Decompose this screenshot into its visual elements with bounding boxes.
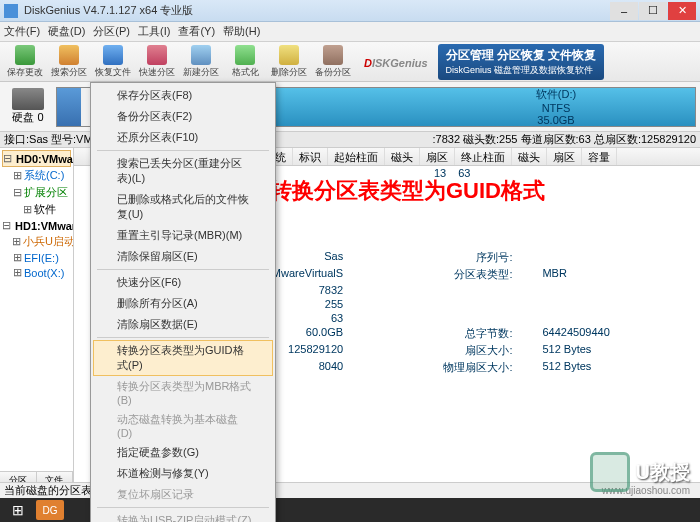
menu-partition[interactable]: 分区(P) <box>93 24 130 39</box>
menu-item[interactable]: 备份分区表(F2) <box>93 106 273 127</box>
menu-item: 动态磁盘转换为基本磁盘(D) <box>93 409 273 442</box>
menu-file[interactable]: 文件(F) <box>4 24 40 39</box>
menu-item[interactable]: 清除保留扇区(E) <box>93 246 273 267</box>
tree-hd0[interactable]: ⊟HD0:VMware, <box>2 150 71 167</box>
tree-item[interactable]: ⊞Boot(X:) <box>2 265 71 280</box>
menu-item[interactable]: 转换分区表类型为GUID格式(P) <box>93 340 273 376</box>
recover-icon <box>103 45 123 65</box>
tree-item[interactable]: ⊞小兵U启动 <box>2 233 71 250</box>
menu-item[interactable]: 重置主引导记录(MBR)(M) <box>93 225 273 246</box>
menu-item: 转换分区表类型为MBR格式(B) <box>93 376 273 409</box>
tree-item[interactable]: ⊞系统(C:) <box>2 167 71 184</box>
menu-tools[interactable]: 工具(I) <box>138 24 170 39</box>
recover-files-button[interactable]: 恢复文件 <box>92 44 134 80</box>
menu-item: 复位坏扇区记录 <box>93 484 273 505</box>
minimize-button[interactable]: – <box>610 2 638 20</box>
partition-block-1[interactable] <box>57 88 81 126</box>
delete-partition-button[interactable]: 删除分区 <box>268 44 310 80</box>
menu-item[interactable]: 搜索已丢失分区(重建分区表)(L) <box>93 153 273 189</box>
menu-item[interactable]: 删除所有分区(A) <box>93 293 273 314</box>
close-button[interactable]: ✕ <box>668 2 696 20</box>
menu-help[interactable]: 帮助(H) <box>223 24 260 39</box>
maximize-button[interactable]: ☐ <box>639 2 667 20</box>
titlebar: DiskGenius V4.7.1.127 x64 专业版 – ☐ ✕ <box>0 0 700 22</box>
menu-item[interactable]: 保存分区表(F8) <box>93 85 273 106</box>
delete-icon <box>279 45 299 65</box>
backup-partition-button[interactable]: 备份分区 <box>312 44 354 80</box>
menu-item[interactable]: 还原分区表(F10) <box>93 127 273 148</box>
sidebar: ⊟HD0:VMware, ⊞系统(C:) ⊟扩展分区 ⊞软件 ⊟HD1:VMwa… <box>0 148 74 488</box>
new-partition-button[interactable]: 新建分区 <box>180 44 222 80</box>
quickpart-icon <box>147 45 167 65</box>
disk-icon-column[interactable]: 硬盘 0 <box>4 88 52 125</box>
menu-item[interactable]: 指定硬盘参数(G) <box>93 442 273 463</box>
menu-view[interactable]: 查看(Y) <box>178 24 215 39</box>
format-icon <box>235 45 255 65</box>
backup-icon <box>323 45 343 65</box>
tree-item[interactable]: ⊟扩展分区 <box>2 184 71 201</box>
watermark: U教授 <box>590 452 690 492</box>
save-button[interactable]: 保存更改 <box>4 44 46 80</box>
menu-item[interactable]: 快速分区(F6) <box>93 272 273 293</box>
quick-partition-button[interactable]: 快速分区 <box>136 44 178 80</box>
tree-item[interactable]: ⊞EFI(E:) <box>2 250 71 265</box>
watermark-icon <box>590 452 630 492</box>
menu-item[interactable]: 已删除或格式化后的文件恢复(U) <box>93 189 273 225</box>
context-menu: 保存分区表(F8)备份分区表(F2)还原分区表(F10)搜索已丢失分区(重建分区… <box>90 82 276 522</box>
disk-icon <box>12 88 44 110</box>
menu-item[interactable]: 清除扇区数据(E) <box>93 314 273 335</box>
save-icon <box>15 45 35 65</box>
menu-disk[interactable]: 硬盘(D) <box>48 24 85 39</box>
start-button[interactable]: ⊞ <box>4 500 32 520</box>
format-button[interactable]: 格式化 <box>224 44 266 80</box>
disk-tree: ⊟HD0:VMware, ⊞系统(C:) ⊟扩展分区 ⊞软件 ⊟HD1:VMwa… <box>0 148 73 471</box>
partition-block-3[interactable]: 软件(D:) NTFS 35.0GB <box>417 88 695 126</box>
newpart-icon <box>191 45 211 65</box>
tree-hd1[interactable]: ⊟HD1:VMware, V <box>2 218 71 233</box>
menubar: 文件(F) 硬盘(D) 分区(P) 工具(I) 查看(Y) 帮助(H) <box>0 22 700 42</box>
logo: DISKGenius <box>364 51 428 72</box>
tree-item[interactable]: ⊞软件 <box>2 201 71 218</box>
taskbar-app-diskgenius[interactable]: DG <box>36 500 64 520</box>
logo-area: DISKGenius 分区管理 分区恢复 文件恢复 DiskGenius 磁盘管… <box>356 44 696 80</box>
search-partition-button[interactable]: 搜索分区 <box>48 44 90 80</box>
window-buttons: – ☐ ✕ <box>610 2 696 20</box>
toolbar: 保存更改 搜索分区 恢复文件 快速分区 新建分区 格式化 删除分区 备份分区 D… <box>0 42 700 82</box>
search-icon <box>59 45 79 65</box>
promo-banner: 分区管理 分区恢复 文件恢复 DiskGenius 磁盘管理及数据恢复软件 <box>438 44 605 80</box>
menu-item: 转换为USB-ZIP启动模式(Z) <box>93 510 273 522</box>
app-icon <box>4 4 18 18</box>
menu-item[interactable]: 坏道检测与修复(Y) <box>93 463 273 484</box>
window-title: DiskGenius V4.7.1.127 x64 专业版 <box>24 3 610 18</box>
